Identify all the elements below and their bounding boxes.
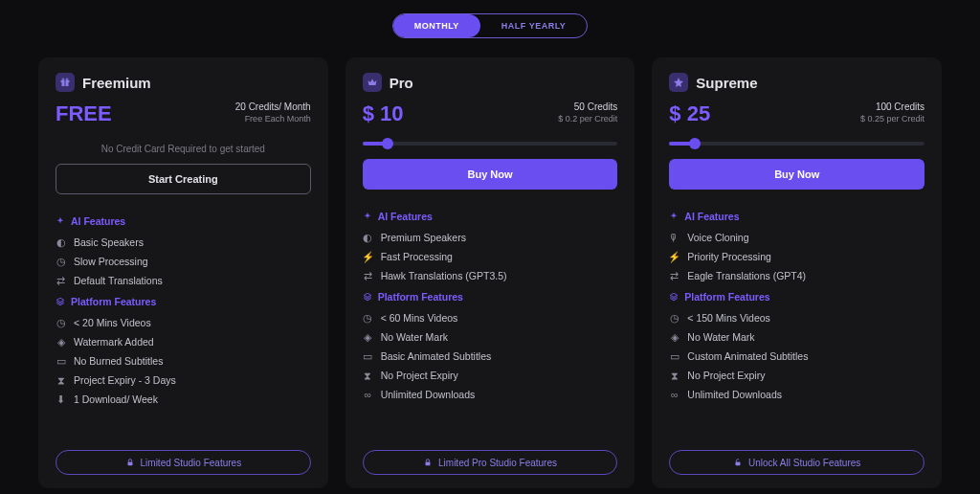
feature-item: ▭Custom Animated Subtitles bbox=[669, 350, 924, 362]
plan-credits-sub: $ 0.2 per Credit bbox=[558, 114, 617, 124]
studio-features-pill[interactable]: Limited Pro Studio Features bbox=[363, 450, 618, 475]
bolt-icon: ⚡ bbox=[669, 252, 679, 262]
feature-item: ⚡Fast Processing bbox=[363, 251, 618, 262]
start-creating-button[interactable]: Start Creating bbox=[56, 164, 311, 194]
layers-icon bbox=[669, 292, 679, 302]
feature-item: ∞Unlimited Downloads bbox=[363, 389, 618, 400]
infinity-icon: ∞ bbox=[669, 390, 679, 400]
plan-note: No Credit Card Required to get started bbox=[56, 144, 311, 154]
speaker-icon: ◐ bbox=[363, 233, 373, 243]
sparkle-icon bbox=[56, 216, 65, 226]
ai-features-head: AI Features bbox=[56, 215, 311, 227]
credits-slider[interactable] bbox=[669, 142, 924, 146]
plan-credits: 100 Credits bbox=[860, 101, 924, 112]
feature-item: ◐Premium Speakers bbox=[363, 232, 618, 243]
translate-icon: ⇄ bbox=[363, 271, 373, 281]
svg-rect-6 bbox=[426, 462, 431, 466]
pricing-cards: Freemium FREE 20 Credits/ Month Free Eac… bbox=[0, 38, 980, 488]
plan-credits: 20 Credits/ Month bbox=[235, 101, 311, 112]
lock-icon bbox=[423, 458, 433, 467]
feature-item: ◈No Water Mark bbox=[363, 331, 618, 343]
clock-icon: ◷ bbox=[56, 257, 66, 267]
watermark-icon: ◈ bbox=[669, 332, 679, 343]
subtitle-icon: ▭ bbox=[669, 351, 679, 362]
clock-icon: ◷ bbox=[669, 313, 679, 324]
ai-features-head: AI Features bbox=[669, 211, 924, 222]
subtitle-icon: ▭ bbox=[56, 356, 66, 367]
hourglass-icon: ⧗ bbox=[56, 375, 66, 386]
feature-item: ⧗Project Expiry - 3 Days bbox=[56, 374, 311, 386]
feature-item: ⇄Hawk Translations (GPT3.5) bbox=[363, 270, 618, 281]
layers-icon bbox=[56, 297, 65, 306]
clock-icon: ◷ bbox=[56, 318, 66, 328]
billing-toggle: MONTHLY HALF YEARLY bbox=[0, 0, 980, 38]
download-icon: ⬇ bbox=[56, 394, 66, 405]
platform-features-head: Platform Features bbox=[56, 296, 311, 307]
hourglass-icon: ⧗ bbox=[363, 370, 373, 381]
translate-icon: ⇄ bbox=[669, 271, 679, 281]
speaker-icon: ◐ bbox=[56, 237, 66, 248]
feature-item: ◐Basic Speakers bbox=[56, 236, 311, 248]
feature-item: ◷Slow Processing bbox=[56, 256, 311, 267]
studio-features-pill[interactable]: Limited Studio Features bbox=[56, 450, 311, 475]
feature-item: ▭No Burned Subtitles bbox=[56, 355, 311, 367]
mic-icon: 🎙 bbox=[669, 233, 679, 243]
plan-price: $ 25 bbox=[669, 101, 710, 126]
plan-price: FREE bbox=[56, 101, 112, 126]
feature-item: ⬇1 Download/ Week bbox=[56, 393, 311, 405]
feature-item: ∞Unlimited Downloads bbox=[669, 389, 924, 400]
platform-features-head: Platform Features bbox=[363, 291, 618, 303]
plan-credits-sub: $ 0.25 per Credit bbox=[860, 114, 924, 124]
svg-rect-5 bbox=[127, 462, 132, 466]
plan-supreme: Supreme $ 25 100 Credits $ 0.25 per Cred… bbox=[652, 57, 942, 488]
toggle-half-yearly[interactable]: HALF YEARLY bbox=[480, 14, 588, 37]
buy-now-button[interactable]: Buy Now bbox=[669, 159, 924, 190]
svg-point-3 bbox=[62, 79, 64, 80]
sparkle-icon bbox=[363, 212, 372, 221]
feature-item: 🎙Voice Cloning bbox=[669, 232, 924, 243]
plan-pro: Pro $ 10 50 Credits $ 0.2 per Credit Buy… bbox=[345, 57, 635, 488]
sparkle-icon bbox=[669, 212, 679, 221]
feature-item: ◷< 20 Mins Videos bbox=[56, 317, 311, 328]
feature-item: ▭Basic Animated Subtitles bbox=[363, 350, 618, 362]
plan-credits-sub: Free Each Month bbox=[235, 114, 311, 124]
star-icon bbox=[669, 73, 688, 92]
svg-rect-2 bbox=[65, 80, 66, 86]
toggle-monthly[interactable]: MONTHLY bbox=[393, 14, 480, 37]
layers-icon bbox=[363, 292, 372, 302]
ai-features-head: AI Features bbox=[363, 211, 618, 222]
plan-freemium: Freemium FREE 20 Credits/ Month Free Eac… bbox=[38, 57, 328, 488]
plan-name: Supreme bbox=[696, 75, 757, 91]
feature-item: ⚡Priority Processing bbox=[669, 251, 924, 262]
feature-item: ◈Watermark Added bbox=[56, 336, 311, 348]
feature-item: ⧗No Project Expiry bbox=[669, 370, 924, 381]
watermark-icon: ◈ bbox=[363, 332, 373, 343]
infinity-icon: ∞ bbox=[363, 390, 373, 400]
watermark-icon: ◈ bbox=[56, 337, 66, 348]
plan-name: Freemium bbox=[82, 75, 151, 91]
feature-item: ◷< 60 Mins Videos bbox=[363, 312, 618, 324]
platform-features-head: Platform Features bbox=[669, 291, 924, 303]
plan-credits: 50 Credits bbox=[558, 101, 617, 112]
subtitle-icon: ▭ bbox=[363, 351, 373, 362]
feature-item: ◈No Water Mark bbox=[669, 331, 924, 343]
svg-point-4 bbox=[66, 79, 68, 80]
clock-icon: ◷ bbox=[363, 313, 373, 324]
studio-features-pill[interactable]: Unlock All Studio Features bbox=[669, 450, 924, 475]
feature-item: ⧗No Project Expiry bbox=[363, 370, 618, 381]
lock-icon bbox=[125, 458, 135, 467]
credits-slider[interactable] bbox=[363, 142, 618, 146]
feature-item: ◷< 150 Mins Videos bbox=[669, 312, 924, 324]
plan-name: Pro bbox=[390, 75, 413, 91]
translate-icon: ⇄ bbox=[56, 276, 66, 286]
feature-item: ⇄Eagle Translations (GPT4) bbox=[669, 270, 924, 281]
bolt-icon: ⚡ bbox=[363, 252, 373, 262]
buy-now-button[interactable]: Buy Now bbox=[363, 159, 618, 190]
gift-icon bbox=[56, 73, 75, 92]
plan-price: $ 10 bbox=[363, 101, 404, 126]
hourglass-icon: ⧗ bbox=[669, 370, 679, 381]
svg-rect-7 bbox=[736, 462, 741, 466]
feature-item: ⇄Default Translations bbox=[56, 275, 311, 286]
crown-icon bbox=[363, 73, 382, 92]
unlock-icon bbox=[733, 458, 743, 467]
